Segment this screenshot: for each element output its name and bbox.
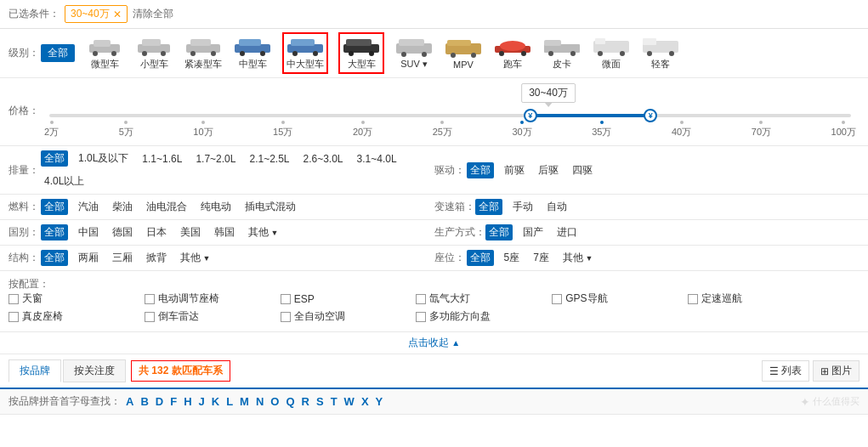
alpha-T[interactable]: T <box>331 395 338 408</box>
country-all[interactable]: 全部 <box>41 224 68 240</box>
alpha-D[interactable]: D <box>156 395 163 408</box>
tab-brand[interactable]: 按品牌 <box>9 359 61 382</box>
structure-hatchback[interactable]: 掀背 <box>143 250 170 266</box>
fuel-all[interactable]: 全部 <box>41 199 68 215</box>
close-tag-icon[interactable]: ✕ <box>113 8 122 20</box>
structure-other[interactable]: 其他 <box>177 250 213 266</box>
structure-3box[interactable]: 三厢 <box>109 250 136 266</box>
displacement-4l-plus[interactable]: 4.0L以上 <box>41 173 88 190</box>
drive-four[interactable]: 四驱 <box>569 162 596 178</box>
config-power-seat[interactable]: 电动调节座椅 <box>145 291 281 306</box>
view-image-button[interactable]: ⊞ 图片 <box>813 360 859 382</box>
slider-thumb-right[interactable]: ¥ <box>644 109 657 122</box>
drive-front[interactable]: 前驱 <box>501 162 528 178</box>
car-type-compact[interactable]: 紧凑型车 <box>184 36 223 71</box>
alpha-M[interactable]: M <box>240 395 249 408</box>
config-leather[interactable]: 真皮座椅 <box>9 309 145 324</box>
alpha-X[interactable]: X <box>361 395 369 408</box>
gearbox-manual[interactable]: 手动 <box>509 199 536 215</box>
car-type-pickup[interactable]: 皮卡 <box>542 36 582 71</box>
alpha-K[interactable]: K <box>212 395 219 408</box>
country-korea[interactable]: 韩国 <box>211 224 238 240</box>
collapse-button[interactable]: 点击收起 ▲ <box>0 332 868 354</box>
production-import[interactable]: 进口 <box>553 224 581 240</box>
config-cruise[interactable]: 定速巡航 <box>688 291 824 306</box>
car-type-large[interactable]: 大型车 <box>338 32 384 74</box>
displacement-1-7-2[interactable]: 1.7~2.0L <box>192 152 239 166</box>
config-xenon[interactable]: 氙气大灯 <box>416 291 552 306</box>
displacement-1-1-6[interactable]: 1.1~1.6L <box>139 152 185 166</box>
config-checkbox[interactable] <box>9 294 19 304</box>
slider-thumb-left[interactable]: ¥ <box>524 109 537 122</box>
alpha-F[interactable]: F <box>170 395 177 408</box>
car-type-micro-van[interactable]: 微面 <box>592 36 631 71</box>
alpha-Q[interactable]: Q <box>286 395 294 408</box>
displacement-3-1-4[interactable]: 3.1~4.0L <box>354 152 400 166</box>
alpha-J[interactable]: J <box>199 395 205 408</box>
production-all[interactable]: 全部 <box>485 224 513 240</box>
config-checkbox[interactable] <box>552 294 562 304</box>
config-checkbox[interactable] <box>416 294 426 304</box>
fuel-electric[interactable]: 纯电动 <box>197 199 235 215</box>
fuel-diesel[interactable]: 柴油 <box>109 199 136 215</box>
config-checkbox[interactable] <box>9 312 19 322</box>
fuel-plugin-hybrid[interactable]: 插电式混动 <box>241 199 299 215</box>
seats-all[interactable]: 全部 <box>467 250 494 266</box>
displacement-2-1-2-5[interactable]: 2.1~2.5L <box>246 152 292 166</box>
car-type-small[interactable]: 小型车 <box>134 36 173 71</box>
country-japan[interactable]: 日本 <box>143 224 170 240</box>
production-domestic[interactable]: 国产 <box>519 224 547 240</box>
price-tag[interactable]: 30~40万 ✕ <box>65 5 128 23</box>
alpha-N[interactable]: N <box>256 395 264 408</box>
country-other[interactable]: 其他 <box>245 224 281 240</box>
seats-5[interactable]: 5座 <box>501 250 524 266</box>
alpha-L[interactable]: L <box>226 395 233 408</box>
alpha-R[interactable]: R <box>302 395 309 408</box>
alpha-H[interactable]: H <box>184 395 191 408</box>
config-checkbox[interactable] <box>281 312 291 322</box>
config-checkbox[interactable] <box>416 312 426 322</box>
car-type-all[interactable]: 全部 <box>41 44 75 62</box>
clear-all-button[interactable]: 清除全部 <box>133 7 173 21</box>
alpha-S[interactable]: S <box>316 395 324 408</box>
displacement-1l[interactable]: 1.0L及以下 <box>75 150 132 167</box>
displacement-2-6-3[interactable]: 2.6~3.0L <box>300 152 347 166</box>
alpha-W[interactable]: W <box>344 395 355 408</box>
config-auto-ac[interactable]: 全自动空调 <box>281 309 417 324</box>
view-list-button[interactable]: ☰ 列表 <box>762 360 809 382</box>
displacement-all[interactable]: 全部 <box>41 150 68 167</box>
alpha-O[interactable]: O <box>270 395 279 408</box>
car-type-midlarge[interactable]: 中大型车 <box>282 32 328 74</box>
alpha-B[interactable]: B <box>140 395 148 408</box>
car-type-suv[interactable]: SUV ▾ <box>394 37 434 70</box>
structure-all[interactable]: 全部 <box>41 250 68 266</box>
config-esp[interactable]: ESP <box>281 291 417 306</box>
car-type-mpv[interactable]: MPV <box>444 37 483 70</box>
fuel-hybrid[interactable]: 油电混合 <box>143 199 190 215</box>
car-type-sports[interactable]: 跑车 <box>493 36 532 71</box>
drive-rear[interactable]: 后驱 <box>535 162 562 178</box>
config-checkbox[interactable] <box>145 312 155 322</box>
config-rear-radar[interactable]: 倒车雷达 <box>145 309 281 324</box>
config-checkbox[interactable] <box>688 294 698 304</box>
alpha-Y[interactable]: Y <box>376 395 383 408</box>
country-china[interactable]: 中国 <box>75 224 102 240</box>
car-type-light-bus[interactable]: 轻客 <box>641 36 680 71</box>
country-usa[interactable]: 美国 <box>177 224 204 240</box>
structure-2box[interactable]: 两厢 <box>75 250 102 266</box>
config-checkbox[interactable] <box>145 294 155 304</box>
slider-track[interactable]: ¥ ¥ <box>49 114 851 117</box>
config-gps[interactable]: GPS导航 <box>552 291 688 306</box>
config-sunroof[interactable]: 天窗 <box>9 291 145 306</box>
tab-attention[interactable]: 按关注度 <box>63 359 126 382</box>
car-type-micro[interactable]: 微型车 <box>85 36 124 71</box>
car-type-mid[interactable]: 中型车 <box>233 36 272 71</box>
seats-7[interactable]: 7座 <box>530 250 553 266</box>
seats-other[interactable]: 其他 <box>559 250 596 266</box>
config-multi-steering[interactable]: 多功能方向盘 <box>416 309 552 324</box>
drive-all[interactable]: 全部 <box>467 162 494 178</box>
alpha-A[interactable]: A <box>126 395 133 408</box>
fuel-gasoline[interactable]: 汽油 <box>75 199 102 215</box>
gearbox-all[interactable]: 全部 <box>475 199 502 215</box>
config-checkbox[interactable] <box>281 294 291 304</box>
